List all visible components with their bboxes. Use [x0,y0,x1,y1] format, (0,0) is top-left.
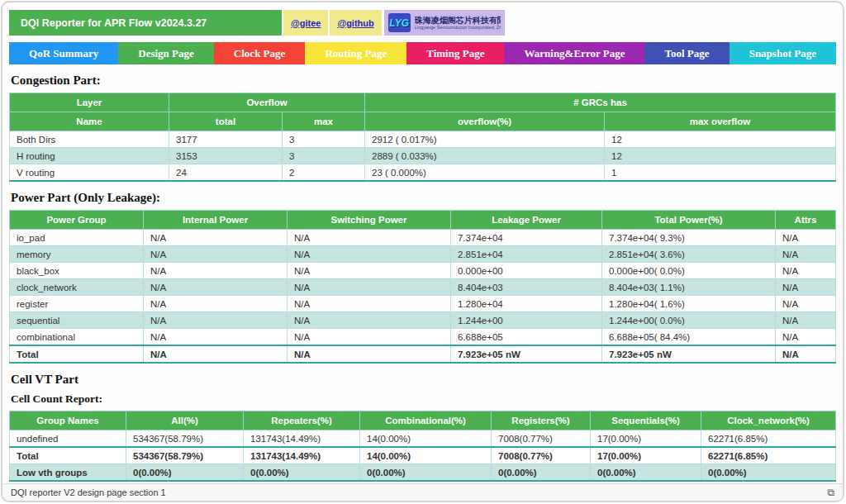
table-cell: 7.923e+05 nW [451,345,602,363]
power-total-row: Total N/A N/A 7.923e+05 nW 7.923e+05 nW … [10,345,836,363]
company-name-cn: 珠海凌烟阁芯片科技有限公司 [415,16,501,26]
tab-warning-error-page[interactable]: Warning&Error Page [504,42,644,64]
table-row: Both Dirs317732912 ( 0.017%)12 [10,131,836,148]
table-cell: N/A [776,246,836,263]
tab-tool-page[interactable]: Tool Page [644,42,729,64]
col-header-registers: Registers(%) [492,411,591,430]
table-cell: 23 ( 0.000%) [365,164,605,182]
col-header-total: total [169,112,283,131]
app-title-banner: DQI Reporter for APR Flow v2024.3.27 [9,10,282,36]
tab-routing-page[interactable]: Routing Page [305,42,406,64]
gitee-link[interactable]: @gitee [283,10,328,36]
table-cell: 0(0.00%) [360,464,492,482]
table-cell: io_pad [10,230,144,246]
table-row: memoryN/AN/A2.851e+042.851e+04( 3.6%)N/A [10,246,836,263]
cell-count-total-row: Total 534367(58.79%) 131743(14.49%) 14(0… [10,447,836,464]
col-header-combinational: Combinational(%) [360,411,492,430]
table-cell: 2.851e+04 [451,246,602,263]
status-bar: DQI reporter V2 design page section 1 ⧉ [2,483,843,501]
table-cell: 14(0.00%) [360,430,492,448]
table-row: undefined534367(58.79%)131743(14.49%)14(… [10,430,836,448]
cell-count-table: Group Names All(%) Repeaters(%) Combinat… [9,411,836,482]
table-cell: N/A [776,279,836,296]
col-header-name: Name [10,112,169,131]
congestion-table: Layer Overflow # GRCs has Name total max… [9,93,836,182]
table-cell: clock_network [10,279,144,296]
col-header-attrs: Attrs [776,211,836,230]
table-cell: Total [10,345,144,363]
table-cell: sequential [10,312,144,329]
table-cell: 2 [283,164,365,182]
table-cell: N/A [288,263,451,279]
app-title: DQI Reporter for APR Flow v2024.3.27 [21,17,207,29]
table-cell: register [10,296,144,312]
table-cell: 2.851e+04( 3.6%) [602,246,776,263]
table-row: combinationalN/AN/A6.688e+056.688e+05( 8… [10,329,836,346]
table-cell: 7.923e+05 nW [602,345,776,363]
cell-count-report-title: Cell Count Report: [11,392,836,406]
table-cell: N/A [144,345,288,363]
tab-clock-page[interactable]: Clock Page [214,42,306,64]
table-cell: 7008(0.77%) [492,447,591,464]
status-text: DQI reporter V2 design page section 1 [11,487,166,497]
company-logo-icon: LYG [388,13,411,32]
col-header-group-names: Group Names [10,411,126,430]
col-header-sequentials: Sequentials(%) [591,411,701,430]
table-cell: 0(0.00%) [492,464,591,482]
table-cell: 1.244e+00( 0.0%) [602,312,776,329]
tab-qor-summary[interactable]: QoR Summary [9,42,118,64]
table-row: black_boxN/AN/A0.000e+000.000e+00( 0.0%)… [10,263,836,279]
table-cell: 12 [605,131,836,148]
table-cell: 6.688e+05( 84.4%) [602,329,776,346]
tab-snapshot-page[interactable]: Snapshot Page [730,42,836,64]
table-cell: 7.374e+04 [451,230,602,246]
company-logo-text: 珠海凌烟阁芯片科技有限公司 Lingyange Semiconductor In… [415,16,501,31]
table-cell: combinational [10,329,144,346]
table-cell: N/A [288,230,451,246]
table-cell: 24 [169,164,283,182]
col-header-switching-power: Switching Power [288,211,451,230]
table-cell: 0.000e+00( 0.0%) [602,263,776,279]
table-cell: 3 [283,131,365,148]
nav-tabs: QoR Summary Design Page Clock Page Routi… [9,42,836,64]
table-cell: 0(0.00%) [701,464,836,482]
col-header-power-group: Power Group [10,211,144,230]
table-row: registerN/AN/A1.280e+041.280e+04( 1.6%)N… [10,296,836,312]
table-cell: 0(0.00%) [591,464,701,482]
table-row: clock_networkN/AN/A8.404e+038.404e+03( 1… [10,279,836,296]
table-cell: 3 [283,148,365,164]
github-link[interactable]: @github [330,10,381,36]
company-logo: LYG 珠海凌烟阁芯片科技有限公司 Lingyange Semiconducto… [384,10,505,36]
table-cell: 534367(58.79%) [126,447,244,464]
table-cell: H routing [10,148,169,164]
table-cell: N/A [144,263,288,279]
popout-window-icon[interactable]: ⧉ [827,487,834,498]
table-cell: N/A [776,345,836,363]
table-cell: N/A [776,312,836,329]
table-cell: Both Dirs [10,131,169,148]
table-cell: N/A [288,329,451,346]
table-cell: 8.404e+03( 1.1%) [602,279,776,296]
top-banner: DQI Reporter for APR Flow v2024.3.27 @gi… [9,10,836,36]
congestion-section-title: Congestion Part: [11,74,836,88]
tab-design-page[interactable]: Design Page [118,42,214,64]
col-header-overflow-group: Overflow [169,93,365,112]
table-cell: 2912 ( 0.017%) [365,131,605,148]
company-name-en: Lingyange Semiconductor Incorporated, Zh… [415,25,501,30]
power-section-title: Power Part (Only Leakage): [11,191,836,205]
table-cell: 2889 ( 0.033%) [365,148,605,164]
table-cell: 12 [605,148,836,164]
table-row: H routing315332889 ( 0.033%)12 [10,148,836,164]
table-cell: N/A [288,246,451,263]
table-cell: black_box [10,263,144,279]
low-vth-groups-row: Low vth groups 0(0.00%) 0(0.00%) 0(0.00%… [10,464,836,482]
col-header-grcs-group: # GRCs has [365,93,836,112]
page-content: DQI Reporter for APR Flow v2024.3.27 @gi… [2,2,843,482]
table-row: V routing24223 ( 0.000%)1 [10,164,836,182]
tab-timing-page[interactable]: Timing Page [406,42,504,64]
table-cell: N/A [144,296,288,312]
table-cell: N/A [144,230,288,246]
table-cell: 0(0.00%) [244,464,360,482]
table-cell: 0(0.00%) [126,464,244,482]
table-cell: 1.280e+04 [451,296,602,312]
